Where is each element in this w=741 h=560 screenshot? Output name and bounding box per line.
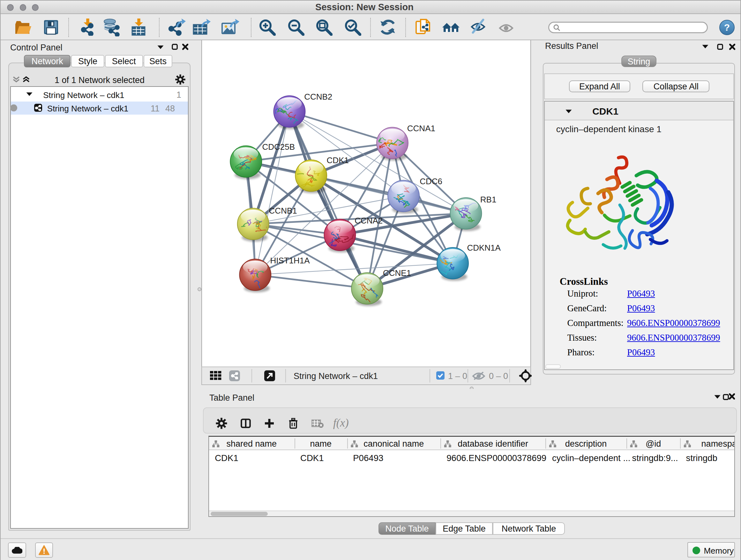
svg-text:CDK1: CDK1 [327, 155, 348, 165]
svg-text:CCNA1: CCNA1 [407, 124, 435, 133]
svg-text:CDC25B: CDC25B [262, 142, 295, 152]
svg-text:CCNB2: CCNB2 [304, 92, 332, 102]
svg-text:CCNB1: CCNB1 [269, 206, 297, 215]
svg-text:RB1: RB1 [480, 195, 496, 204]
svg-text:CCNE1: CCNE1 [383, 268, 411, 278]
svg-text:CCNA2: CCNA2 [354, 216, 383, 226]
svg-text:CDKN1A: CDKN1A [467, 243, 501, 253]
svg-text:HIST1H1A: HIST1H1A [270, 256, 310, 265]
svg-text:CDC6: CDC6 [420, 177, 442, 186]
